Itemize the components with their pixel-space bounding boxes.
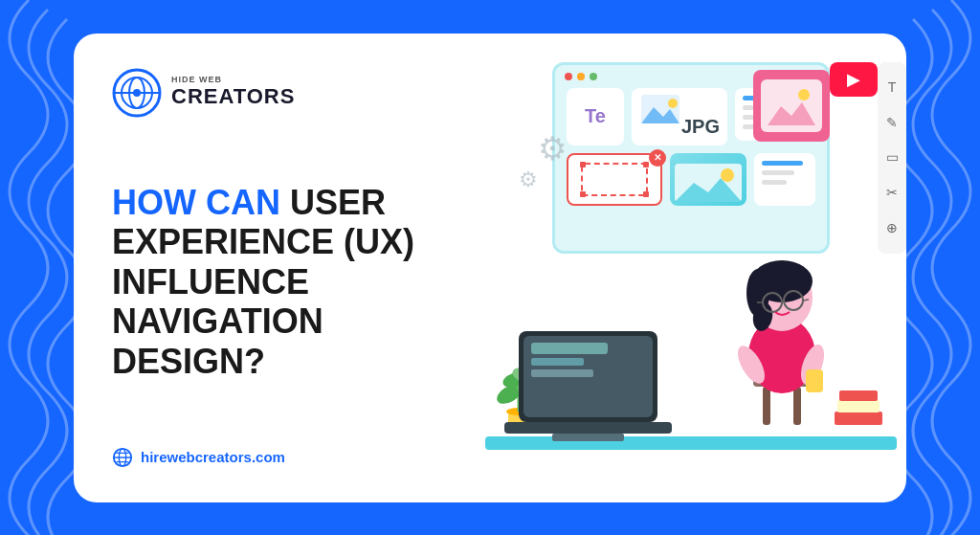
svg-rect-42 bbox=[806, 369, 823, 392]
text-card: Te bbox=[567, 88, 624, 145]
laptop-svg bbox=[504, 331, 672, 446]
gear-icon-large: ⚙ bbox=[538, 129, 567, 167]
img-card-svg bbox=[675, 164, 742, 202]
youtube-button: ▶ bbox=[830, 62, 878, 97]
photo-folder bbox=[753, 70, 830, 142]
svg-rect-29 bbox=[793, 387, 801, 425]
svg-rect-52 bbox=[839, 390, 878, 401]
corner-br bbox=[643, 191, 649, 197]
main-heading: HOW CAN USER EXPERIENCE (UX) INFLUENCE N… bbox=[112, 183, 437, 381]
corner-tr bbox=[643, 162, 649, 167]
svg-rect-28 bbox=[763, 387, 770, 425]
toolbar-icon-1: T bbox=[888, 79, 897, 95]
person-illustration bbox=[686, 207, 849, 450]
svg-line-41 bbox=[803, 300, 809, 301]
svg-point-13 bbox=[668, 99, 678, 108]
monitor-card-row-2: ✕ bbox=[567, 153, 815, 206]
heading-highlight: HOW CAN bbox=[112, 183, 280, 222]
bg-waves-right bbox=[894, 0, 980, 535]
heading-area: HOW CAN USER EXPERIENCE (UX) INFLUENCE N… bbox=[112, 118, 437, 447]
photo-folder-svg bbox=[768, 85, 815, 125]
right-panel: Te JPG bbox=[476, 33, 906, 502]
svg-rect-47 bbox=[531, 369, 593, 377]
laptop bbox=[504, 331, 672, 450]
dot-red bbox=[565, 73, 572, 80]
svg-rect-50 bbox=[835, 412, 882, 425]
person-svg bbox=[686, 207, 849, 446]
toolbar-icon-4: ✂ bbox=[886, 185, 898, 200]
svg-point-16 bbox=[721, 168, 734, 182]
svg-rect-46 bbox=[531, 358, 584, 366]
books-svg bbox=[835, 385, 887, 433]
svg-rect-48 bbox=[504, 422, 672, 434]
left-panel: HIDE WEB CREATORS HOW CAN USER EXPERIENC… bbox=[74, 33, 476, 502]
jpg-card: JPG bbox=[632, 88, 727, 145]
website-area: hirewebcreators.com bbox=[112, 447, 437, 468]
lines-card-2 bbox=[754, 153, 815, 206]
corner-bl bbox=[580, 191, 586, 197]
toolbar-icon-5: ⊕ bbox=[886, 220, 898, 235]
jpg-label: JPG bbox=[681, 116, 720, 138]
corner-tl bbox=[580, 162, 586, 167]
text-card-label: Te bbox=[585, 105, 606, 127]
main-card: HIDE WEB CREATORS HOW CAN USER EXPERIENC… bbox=[74, 33, 906, 502]
dot-yellow bbox=[577, 73, 585, 80]
line-bar-5 bbox=[762, 161, 803, 166]
website-text: hirewebcreators.com bbox=[141, 449, 285, 465]
youtube-icon: ▶ bbox=[847, 69, 860, 90]
toolbar-icon-2: ✎ bbox=[886, 115, 898, 130]
globe-icon bbox=[112, 447, 133, 468]
svg-rect-45 bbox=[531, 343, 608, 354]
photo-folder-inner bbox=[761, 79, 822, 132]
right-toolbar: T ✎ ▭ ✂ ⊕ bbox=[878, 62, 906, 254]
logo-icon bbox=[112, 68, 162, 118]
close-btn: ✕ bbox=[649, 149, 666, 167]
line-bar-7 bbox=[762, 180, 787, 185]
toolbar-icon-3: ▭ bbox=[886, 149, 899, 165]
dot-green bbox=[590, 73, 597, 80]
img-card bbox=[670, 153, 746, 206]
line-bar-6 bbox=[762, 170, 794, 175]
svg-point-19 bbox=[798, 89, 810, 100]
logo-area: HIDE WEB CREATORS bbox=[112, 68, 437, 118]
svg-rect-49 bbox=[552, 434, 624, 441]
books bbox=[835, 385, 887, 436]
select-inner bbox=[581, 163, 648, 196]
logo-text: HIDE WEB CREATORS bbox=[171, 76, 295, 108]
svg-rect-51 bbox=[837, 400, 880, 412]
logo-creators: CREATORS bbox=[171, 85, 295, 108]
gear-icon-small: ⚙ bbox=[519, 167, 538, 192]
select-card: ✕ bbox=[567, 153, 662, 206]
svg-point-4 bbox=[133, 89, 141, 97]
